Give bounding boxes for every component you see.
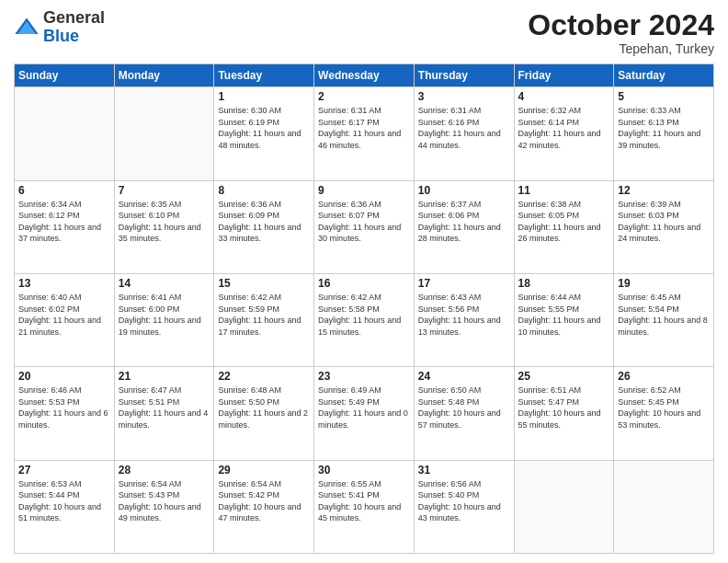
- day-number: 9: [318, 184, 410, 197]
- weekday-header-thursday: Thursday: [414, 64, 514, 87]
- day-detail: Sunrise: 6:36 AM Sunset: 6:09 PM Dayligh…: [218, 199, 310, 245]
- day-number: 24: [418, 370, 510, 383]
- day-detail: Sunrise: 6:54 AM Sunset: 5:42 PM Dayligh…: [218, 478, 310, 524]
- day-detail: Sunrise: 6:54 AM Sunset: 5:43 PM Dayligh…: [119, 478, 210, 524]
- calendar-cell: 13Sunrise: 6:40 AM Sunset: 6:02 PM Dayli…: [15, 273, 115, 366]
- day-number: 25: [518, 370, 610, 383]
- day-detail: Sunrise: 6:39 AM Sunset: 6:03 PM Dayligh…: [618, 199, 710, 245]
- day-number: 18: [518, 277, 610, 290]
- day-detail: Sunrise: 6:38 AM Sunset: 6:05 PM Dayligh…: [518, 199, 610, 245]
- day-number: 2: [318, 90, 410, 103]
- calendar-cell: 3Sunrise: 6:31 AM Sunset: 6:16 PM Daylig…: [414, 87, 514, 180]
- logo-text: General Blue: [43, 9, 105, 46]
- day-number: 5: [618, 90, 710, 103]
- calendar-cell: 26Sunrise: 6:52 AM Sunset: 5:45 PM Dayli…: [614, 367, 714, 460]
- calendar-cell: 1Sunrise: 6:30 AM Sunset: 6:19 PM Daylig…: [214, 87, 314, 180]
- calendar-cell: 18Sunrise: 6:44 AM Sunset: 5:55 PM Dayli…: [514, 273, 614, 366]
- calendar-cell: 28Sunrise: 6:54 AM Sunset: 5:43 PM Dayli…: [114, 460, 214, 553]
- calendar-cell: 12Sunrise: 6:39 AM Sunset: 6:03 PM Dayli…: [614, 180, 714, 273]
- calendar-header: SundayMondayTuesdayWednesdayThursdayFrid…: [15, 64, 714, 87]
- day-detail: Sunrise: 6:56 AM Sunset: 5:40 PM Dayligh…: [418, 478, 510, 524]
- logo-icon: [14, 15, 40, 40]
- day-number: 21: [119, 370, 210, 383]
- day-number: 7: [119, 184, 210, 197]
- weekday-header-sunday: Sunday: [15, 64, 115, 87]
- weekday-header-friday: Friday: [514, 64, 614, 87]
- calendar-cell: 19Sunrise: 6:45 AM Sunset: 5:54 PM Dayli…: [614, 273, 714, 366]
- day-detail: Sunrise: 6:31 AM Sunset: 6:17 PM Dayligh…: [318, 105, 410, 151]
- logo: General Blue: [14, 9, 105, 46]
- calendar-cell: 22Sunrise: 6:48 AM Sunset: 5:50 PM Dayli…: [214, 367, 314, 460]
- day-detail: Sunrise: 6:44 AM Sunset: 5:55 PM Dayligh…: [518, 292, 610, 338]
- day-detail: Sunrise: 6:48 AM Sunset: 5:50 PM Dayligh…: [218, 385, 310, 431]
- day-detail: Sunrise: 6:51 AM Sunset: 5:47 PM Dayligh…: [518, 385, 610, 431]
- day-number: 22: [218, 370, 310, 383]
- day-number: 20: [18, 370, 110, 383]
- logo-blue: Blue: [43, 27, 79, 45]
- calendar-cell: [15, 87, 115, 180]
- day-number: 27: [18, 464, 110, 477]
- calendar-week-3: 13Sunrise: 6:40 AM Sunset: 6:02 PM Dayli…: [15, 273, 714, 366]
- calendar-cell: 14Sunrise: 6:41 AM Sunset: 6:00 PM Dayli…: [114, 273, 214, 366]
- calendar-cell: 29Sunrise: 6:54 AM Sunset: 5:42 PM Dayli…: [214, 460, 314, 553]
- day-detail: Sunrise: 6:52 AM Sunset: 5:45 PM Dayligh…: [618, 385, 710, 431]
- day-number: 30: [318, 464, 410, 477]
- weekday-header-row: SundayMondayTuesdayWednesdayThursdayFrid…: [15, 64, 714, 87]
- day-detail: Sunrise: 6:40 AM Sunset: 6:02 PM Dayligh…: [18, 292, 110, 338]
- day-number: 8: [218, 184, 310, 197]
- day-detail: Sunrise: 6:33 AM Sunset: 6:13 PM Dayligh…: [618, 105, 710, 151]
- day-detail: Sunrise: 6:37 AM Sunset: 6:06 PM Dayligh…: [418, 199, 510, 245]
- day-number: 19: [618, 277, 710, 290]
- day-detail: Sunrise: 6:42 AM Sunset: 5:58 PM Dayligh…: [318, 292, 410, 338]
- day-number: 3: [418, 90, 510, 103]
- calendar-cell: 2Sunrise: 6:31 AM Sunset: 6:17 PM Daylig…: [314, 87, 415, 180]
- day-number: 26: [618, 370, 710, 383]
- day-detail: Sunrise: 6:41 AM Sunset: 6:00 PM Dayligh…: [119, 292, 210, 338]
- calendar: SundayMondayTuesdayWednesdayThursdayFrid…: [14, 63, 714, 554]
- day-number: 28: [119, 464, 210, 477]
- day-detail: Sunrise: 6:36 AM Sunset: 6:07 PM Dayligh…: [318, 199, 410, 245]
- calendar-cell: 30Sunrise: 6:55 AM Sunset: 5:41 PM Dayli…: [314, 460, 415, 553]
- calendar-cell: 7Sunrise: 6:35 AM Sunset: 6:10 PM Daylig…: [114, 180, 214, 273]
- day-detail: Sunrise: 6:31 AM Sunset: 6:16 PM Dayligh…: [418, 105, 510, 151]
- calendar-cell: [614, 460, 714, 553]
- calendar-week-4: 20Sunrise: 6:46 AM Sunset: 5:53 PM Dayli…: [15, 367, 714, 460]
- month-title: October 2024: [528, 9, 714, 41]
- title-block: October 2024 Tepehan, Turkey: [528, 9, 714, 56]
- day-number: 1: [218, 90, 310, 103]
- day-detail: Sunrise: 6:55 AM Sunset: 5:41 PM Dayligh…: [318, 478, 410, 524]
- day-number: 12: [618, 184, 710, 197]
- day-detail: Sunrise: 6:45 AM Sunset: 5:54 PM Dayligh…: [618, 292, 710, 338]
- calendar-week-5: 27Sunrise: 6:53 AM Sunset: 5:44 PM Dayli…: [15, 460, 714, 553]
- day-detail: Sunrise: 6:46 AM Sunset: 5:53 PM Dayligh…: [18, 385, 110, 431]
- day-detail: Sunrise: 6:32 AM Sunset: 6:14 PM Dayligh…: [518, 105, 610, 151]
- day-number: 11: [518, 184, 610, 197]
- day-number: 16: [318, 277, 410, 290]
- weekday-header-monday: Monday: [114, 64, 214, 87]
- day-number: 29: [218, 464, 310, 477]
- day-number: 4: [518, 90, 610, 103]
- calendar-cell: 10Sunrise: 6:37 AM Sunset: 6:06 PM Dayli…: [414, 180, 514, 273]
- calendar-cell: [514, 460, 614, 553]
- calendar-cell: 31Sunrise: 6:56 AM Sunset: 5:40 PM Dayli…: [414, 460, 514, 553]
- calendar-cell: 8Sunrise: 6:36 AM Sunset: 6:09 PM Daylig…: [214, 180, 314, 273]
- day-number: 14: [119, 277, 210, 290]
- calendar-cell: 11Sunrise: 6:38 AM Sunset: 6:05 PM Dayli…: [514, 180, 614, 273]
- day-detail: Sunrise: 6:50 AM Sunset: 5:48 PM Dayligh…: [418, 385, 510, 431]
- day-number: 6: [18, 184, 110, 197]
- day-detail: Sunrise: 6:30 AM Sunset: 6:19 PM Dayligh…: [218, 105, 310, 151]
- page: General Blue October 2024 Tepehan, Turke…: [0, 0, 728, 563]
- day-detail: Sunrise: 6:47 AM Sunset: 5:51 PM Dayligh…: [119, 385, 210, 431]
- day-number: 15: [218, 277, 310, 290]
- day-number: 23: [318, 370, 410, 383]
- day-detail: Sunrise: 6:35 AM Sunset: 6:10 PM Dayligh…: [119, 199, 210, 245]
- calendar-cell: 23Sunrise: 6:49 AM Sunset: 5:49 PM Dayli…: [314, 367, 415, 460]
- weekday-header-saturday: Saturday: [614, 64, 714, 87]
- calendar-cell: 15Sunrise: 6:42 AM Sunset: 5:59 PM Dayli…: [214, 273, 314, 366]
- calendar-week-2: 6Sunrise: 6:34 AM Sunset: 6:12 PM Daylig…: [15, 180, 714, 273]
- calendar-cell: 25Sunrise: 6:51 AM Sunset: 5:47 PM Dayli…: [514, 367, 614, 460]
- weekday-header-tuesday: Tuesday: [214, 64, 314, 87]
- day-number: 10: [418, 184, 510, 197]
- logo-general: General: [43, 8, 105, 27]
- header: General Blue October 2024 Tepehan, Turke…: [14, 9, 714, 56]
